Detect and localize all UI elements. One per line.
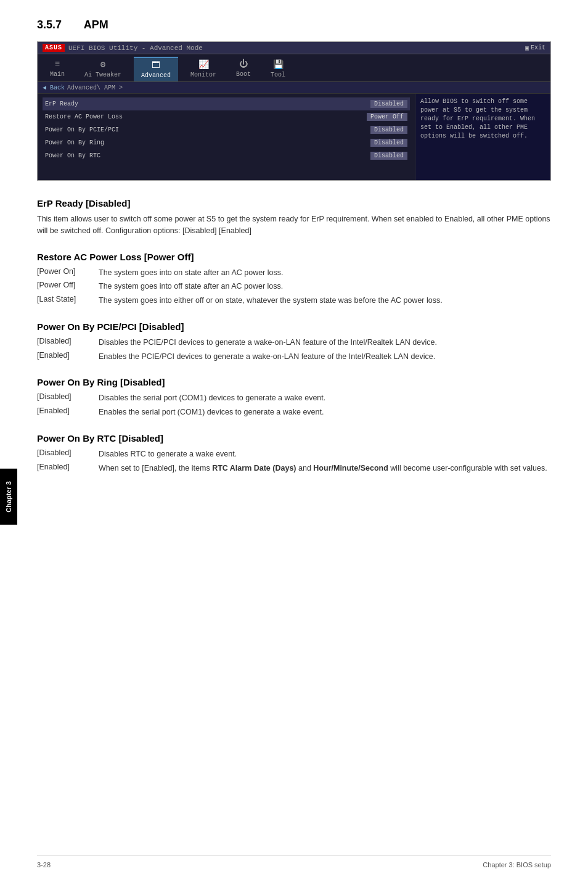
bios-row-ac[interactable]: Restore AC Power Loss Power Off (43, 110, 410, 123)
exit-label: Exit (531, 44, 545, 51)
nav-boot[interactable]: ⏻ Boot (229, 57, 258, 81)
ring-disabled-key: [Disabled] (37, 392, 99, 401)
rtc-disabled-row: [Disabled] Disables RTC to generate a wa… (37, 448, 551, 460)
erp-ready-para: This item allows user to switch off some… (37, 213, 551, 237)
bios-panel: ASUS UEFI BIOS Utility - Advanced Mode ▣… (37, 41, 551, 181)
rtc-disabled-desc: Disables RTC to generate a wake event. (99, 448, 237, 460)
pcie-enabled-key: [Enabled] (37, 351, 99, 360)
option-last-state-key: [Last State] (37, 295, 99, 303)
ring-value: Disabled (370, 139, 407, 147)
pcie-pci-title: Power On By PCIE/PCI [Disabled] (37, 321, 551, 332)
nav-tool-label: Tool (271, 72, 285, 78)
ac-label: Restore AC Power Loss (45, 113, 123, 120)
bios-title-text: UEFI BIOS Utility - Advanced Mode (68, 44, 203, 52)
erp-label: ErP Ready (45, 101, 78, 107)
ring-enabled-row: [Enabled] Enables the serial port (COM1)… (37, 406, 551, 418)
bios-breadcrumb: ◀ Back Advanced\ APM > (38, 82, 550, 94)
nav-boot-label: Boot (236, 71, 251, 78)
boot-icon: ⏻ (239, 59, 248, 69)
nav-advanced[interactable]: 🗔 Advanced (134, 57, 178, 81)
pcie-disabled-desc: Disables the PCIE/PCI devices to generat… (99, 337, 437, 349)
page-footer: 3-28 Chapter 3: BIOS setup (37, 856, 551, 868)
rtc-enabled-desc: When set to [Enabled], the items RTC Ala… (99, 463, 547, 474)
erp-ready-title: ErP Ready [Disabled] (37, 198, 551, 208)
advanced-icon: 🗔 (152, 60, 160, 70)
rtc-enabled-key: [Enabled] (37, 463, 99, 471)
restore-ac-title: Restore AC Power Loss [Power Off] (37, 252, 551, 262)
erp-value: Disabled (370, 100, 407, 108)
bios-row-pcie[interactable]: Power On By PCIE/PCI Disabled (43, 123, 410, 136)
section-erp-ready: ErP Ready [Disabled] This item allows us… (37, 198, 551, 237)
monitor-icon: 📈 (198, 59, 209, 70)
section-ring: Power On By Ring [Disabled] [Disabled] D… (37, 377, 551, 418)
rtc-value: Disabled (370, 152, 407, 160)
option-power-off-desc: The system goes into off state after an … (99, 281, 283, 292)
option-power-on-key: [Power On] (37, 267, 99, 276)
exit-icon: ▣ (525, 44, 529, 52)
option-power-off-key: [Power Off] (37, 281, 99, 289)
option-power-on-desc: The system goes into on state after an A… (99, 267, 283, 279)
restore-ac-options: [Power On] The system goes into on state… (37, 267, 551, 307)
rtc-enabled-row: [Enabled] When set to [Enabled], the ite… (37, 463, 551, 474)
nav-main[interactable]: ≡ Main (43, 57, 72, 81)
ring-label: Power On By Ring (45, 139, 104, 146)
bios-titlebar: ASUS UEFI BIOS Utility - Advanced Mode ▣… (38, 42, 550, 54)
nav-advanced-label: Advanced (141, 72, 171, 79)
rtc-label: Power On By RTC (45, 152, 100, 159)
bios-row-rtc[interactable]: Power On By RTC Disabled (43, 149, 410, 162)
bios-logo: ASUS UEFI BIOS Utility - Advanced Mode (43, 44, 203, 52)
bios-row-ring[interactable]: Power On By Ring Disabled (43, 136, 410, 149)
ring-enabled-key: [Enabled] (37, 406, 99, 415)
rtc-title: Power On By RTC [Disabled] (37, 433, 551, 444)
rtc-options: [Disabled] Disables RTC to generate a wa… (37, 448, 551, 474)
footer-chapter-label: Chapter 3: BIOS setup (483, 861, 551, 868)
section-number: 3.5.7 (37, 19, 62, 31)
pcie-enabled-desc: Enables the PCIE/PCI devices to generate… (99, 351, 435, 363)
pcie-value: Disabled (370, 126, 407, 134)
page-content: 3.5.7 APM ASUS UEFI BIOS Utility - Advan… (0, 0, 588, 526)
exit-button[interactable]: ▣ Exit (525, 44, 545, 52)
option-power-off: [Power Off] The system goes into off sta… (37, 281, 551, 292)
pcie-disabled-row: [Disabled] Disables the PCIE/PCI devices… (37, 337, 551, 349)
section-pcie-pci: Power On By PCIE/PCI [Disabled] [Disable… (37, 321, 551, 363)
rtc-disabled-key: [Disabled] (37, 448, 99, 457)
pcie-pci-options: [Disabled] Disables the PCIE/PCI devices… (37, 337, 551, 363)
nav-main-label: Main (50, 71, 65, 78)
bios-row-erp[interactable]: ErP Ready Disabled (43, 97, 410, 110)
section-restore-ac: Restore AC Power Loss [Power Off] [Power… (37, 252, 551, 307)
nav-monitor-label: Monitor (190, 72, 216, 78)
option-last-state-desc: The system goes into either off or on st… (99, 295, 443, 307)
ring-disabled-row: [Disabled] Disables the serial port (COM… (37, 392, 551, 404)
bios-help-text: Allow BIOS to switch off some power at S… (415, 94, 550, 180)
pcie-disabled-key: [Disabled] (37, 337, 99, 345)
chapter-label: Chapter 3 (5, 481, 12, 513)
ai-tweaker-icon: ⚙ (100, 59, 105, 70)
back-button[interactable]: ◀ Back (43, 84, 65, 91)
ac-value: Power Off (367, 113, 407, 121)
pcie-enabled-row: [Enabled] Enables the PCIE/PCI devices t… (37, 351, 551, 363)
nav-ai-tweaker[interactable]: ⚙ Ai Tweaker (77, 57, 129, 81)
main-icon: ≡ (55, 59, 60, 69)
nav-ai-tweaker-label: Ai Tweaker (84, 72, 121, 78)
tool-icon: 💾 (273, 59, 284, 70)
bios-nav: ≡ Main ⚙ Ai Tweaker 🗔 Advanced 📈 Monitor… (38, 54, 550, 82)
ring-enabled-desc: Enables the serial port (COM1) devices t… (99, 406, 324, 418)
nav-tool[interactable]: 💾 Tool (263, 57, 293, 81)
ring-disabled-desc: Disables the serial port (COM1) devices … (99, 392, 325, 404)
help-content: Allow BIOS to switch off some power at S… (420, 98, 535, 139)
chapter-tab: Chapter 3 (0, 469, 17, 525)
ring-options: [Disabled] Disables the serial port (COM… (37, 392, 551, 418)
nav-monitor[interactable]: 📈 Monitor (183, 57, 224, 81)
page-number: 3-28 (37, 861, 51, 868)
breadcrumb-path: Advanced\ APM > (67, 85, 123, 91)
option-last-state: [Last State] The system goes into either… (37, 295, 551, 307)
section-title: APM (84, 19, 108, 31)
bios-body: ErP Ready Disabled Restore AC Power Loss… (38, 94, 550, 180)
option-power-on: [Power On] The system goes into on state… (37, 267, 551, 279)
section-rtc: Power On By RTC [Disabled] [Disabled] Di… (37, 433, 551, 474)
asus-logo: ASUS (43, 44, 65, 52)
bios-settings-list: ErP Ready Disabled Restore AC Power Loss… (38, 94, 415, 180)
ring-title: Power On By Ring [Disabled] (37, 377, 551, 387)
pcie-label: Power On By PCIE/PCI (45, 126, 119, 133)
